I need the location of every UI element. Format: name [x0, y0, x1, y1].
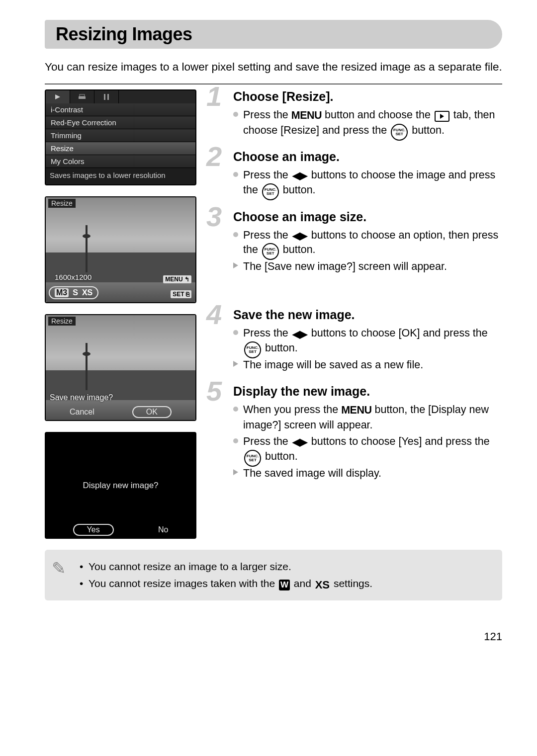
resolution-label: 1600x1200 — [55, 273, 91, 281]
menu-word-icon: MENU — [341, 403, 371, 418]
menu-item: Red-Eye Correction — [46, 116, 195, 129]
step: 4Save the new image.Press the ◀▶ buttons… — [206, 308, 502, 372]
play-tab-icon — [435, 111, 449, 122]
svg-rect-3 — [104, 94, 105, 100]
svg-rect-4 — [107, 94, 109, 100]
func-set-button-icon: FUNC.SET — [244, 341, 261, 358]
step: 5Display the new image.When you press th… — [206, 384, 502, 481]
left-right-arrows-icon: ◀▶ — [292, 229, 307, 243]
svg-rect-1 — [80, 94, 85, 96]
pencil-icon: ✎ — [52, 556, 66, 581]
step-line: Press the ◀▶ buttons to choose [OK] and … — [233, 326, 502, 355]
section-title-bar: Resizing Images — [45, 20, 502, 49]
cancel-option: Cancel — [70, 408, 94, 417]
step-body: Press the ◀▶ buttons to choose the image… — [233, 168, 502, 197]
step-number: 4 — [206, 301, 222, 329]
menu-item: Trimming — [46, 129, 195, 142]
screen-corner-label: Resize — [48, 199, 76, 208]
menu-hint: Saves images to a lower resolution — [46, 168, 195, 184]
menu-word-icon: MENU — [291, 108, 322, 123]
size-option: XS — [82, 288, 92, 297]
divider — [45, 84, 502, 84]
size-option-pill: M3 S XS — [49, 286, 98, 299]
w-badge-icon: W — [279, 580, 290, 590]
camera-screenshot-size-select: Resize 1600x1200 MENU ↰ SET ⎘ M3 S XS — [45, 196, 196, 303]
step-body: Press the MENU button and choose the tab… — [233, 108, 502, 138]
step-body: Press the ◀▶ buttons to choose an option… — [233, 228, 502, 274]
func-set-button-icon: FUNC.SET — [244, 450, 261, 467]
step: 1Choose [Resize].Press the MENU button a… — [206, 89, 502, 138]
note-line: You cannot resize images taken with the … — [80, 576, 492, 591]
tools-tab-icon — [94, 90, 119, 103]
camera-screenshot-save-prompt: Resize Save new image? Cancel OK — [45, 314, 196, 421]
step-line: The saved image will display. — [233, 466, 502, 481]
svg-rect-2 — [79, 96, 86, 99]
menu-item: Resize — [46, 142, 195, 155]
xs-badge-icon: XS — [315, 577, 330, 593]
save-prompt-text: Save new image? — [50, 393, 113, 402]
step-line: Press the ◀▶ buttons to choose [Yes] and… — [233, 434, 502, 464]
ok-option: OK — [132, 406, 172, 418]
size-option: M3 — [55, 288, 69, 297]
left-right-arrows-icon: ◀▶ — [292, 328, 307, 341]
camera-screenshot-menu: i-ContrastRed-Eye CorrectionTrimmingResi… — [45, 89, 196, 185]
print-tab-icon — [70, 90, 94, 103]
step-number: 3 — [206, 203, 222, 231]
menu-item: My Colors — [46, 155, 195, 168]
step: 3Choose an image size.Press the ◀▶ butto… — [206, 210, 502, 274]
note-line: You cannot resize an image to a larger s… — [80, 559, 492, 575]
step-line: When you press the MENU button, the [Dis… — [233, 403, 502, 432]
intro-text: You can resize images to a lower pixel s… — [45, 60, 502, 75]
step-body: When you press the MENU button, the [Dis… — [233, 403, 502, 481]
step-title: Display the new image. — [233, 384, 502, 399]
svg-marker-0 — [55, 94, 60, 99]
camera-screenshot-display-prompt: Display new image? Yes No — [45, 432, 196, 539]
screen-corner-label: Resize — [48, 317, 76, 326]
left-right-arrows-icon: ◀▶ — [292, 435, 307, 449]
yes-option: Yes — [73, 524, 114, 536]
step-line: Press the ◀▶ buttons to choose the image… — [233, 168, 502, 197]
section-title: Resizing Images — [56, 24, 491, 45]
step-body: Press the ◀▶ buttons to choose [OK] and … — [233, 326, 502, 372]
step-line: Press the ◀▶ buttons to choose an option… — [233, 228, 502, 257]
step-title: Choose an image. — [233, 150, 502, 164]
func-set-button-icon: FUNC.SET — [262, 243, 279, 260]
step-number: 2 — [206, 143, 222, 170]
size-option: S — [73, 288, 78, 297]
step-title: Save the new image. — [233, 308, 502, 322]
step: 2Choose an image.Press the ◀▶ buttons to… — [206, 150, 502, 197]
step-line: Press the MENU button and choose the tab… — [233, 108, 502, 138]
step-number: 1 — [206, 83, 222, 110]
note-box: ✎ You cannot resize an image to a larger… — [45, 550, 502, 600]
set-badge: SET ⎘ — [171, 290, 191, 298]
step-title: Choose an image size. — [233, 210, 502, 224]
display-prompt-text: Display new image? — [46, 433, 195, 538]
func-set-button-icon: FUNC.SET — [262, 183, 279, 200]
no-option: No — [158, 525, 168, 534]
menu-item: i-Contrast — [46, 103, 195, 116]
func-set-button-icon: FUNC.SET — [391, 124, 408, 141]
play-tab-icon — [46, 90, 70, 103]
page-number: 121 — [45, 630, 502, 643]
step-number: 5 — [206, 377, 222, 405]
step-line: The image will be saved as a new file. — [233, 358, 502, 373]
step-line: The [Save new image?] screen will appear… — [233, 259, 502, 274]
menu-badge: MENU ↰ — [163, 275, 191, 283]
step-title: Choose [Resize]. — [233, 89, 502, 104]
left-right-arrows-icon: ◀▶ — [292, 169, 307, 183]
